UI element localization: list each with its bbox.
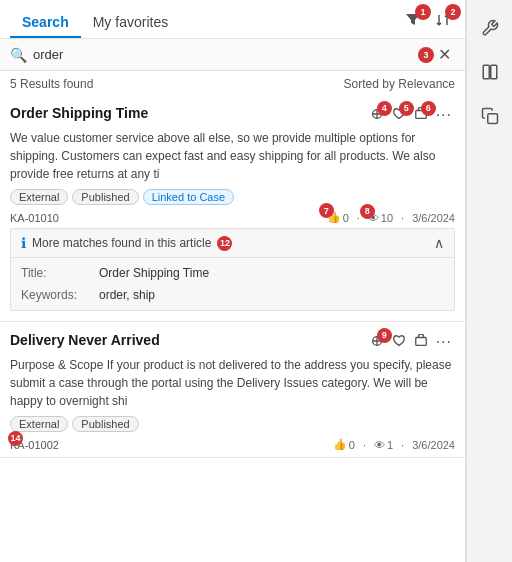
expand-collapse-button[interactable]: ∧ [434, 235, 444, 251]
expand-value-keywords: order, ship [99, 288, 155, 302]
footer-right: 7 👍 0 · 8 👁 10 · 3/6/2024 [327, 211, 455, 224]
tag-external: External [10, 189, 68, 205]
article-date: 3/6/2024 [412, 212, 455, 224]
article-card: Order Shipping Time 4 5 6 [0, 95, 465, 322]
expand-badge: 12 [217, 236, 232, 251]
article-link-icon[interactable]: 9 [367, 333, 387, 352]
svg-rect-4 [483, 65, 489, 79]
sidebar [466, 0, 512, 562]
tab-favorites[interactable]: My favorites [81, 8, 180, 38]
vote-badge-7: 7 [319, 203, 334, 218]
tabs-left: Search My favorites [10, 8, 180, 38]
tag-linked-to-case: Linked to Case [143, 189, 234, 205]
article-heart-icon[interactable] [389, 333, 409, 352]
expand-rows: Title: Order Shipping Time Keywords: ord… [11, 258, 454, 310]
article-title[interactable]: Delivery Never Arrived [10, 332, 160, 348]
article-body: Purpose & Scope If your product is not d… [10, 356, 455, 410]
article-more-icon[interactable]: ··· [433, 105, 455, 125]
article-actions: 4 5 6 ··· [367, 105, 455, 125]
results-count: 5 Results found [10, 77, 93, 91]
article-tags: External Published Linked to Case [10, 189, 455, 205]
like-count: 7 👍 0 [327, 211, 349, 224]
id-badge-14: 14 [8, 431, 23, 446]
expand-label-title: Title: [21, 266, 91, 280]
search-clear-button[interactable]: ✕ [434, 45, 455, 64]
view-count: 👁 1 [374, 439, 393, 451]
tabs-row: Search My favorites 1 2 [0, 0, 465, 39]
sort-badge: 2 [445, 4, 461, 20]
article-share-icon[interactable] [411, 333, 431, 352]
svg-rect-3 [415, 337, 426, 345]
article-body: We value customer service above all else… [10, 129, 455, 183]
sidebar-columns-button[interactable] [472, 54, 508, 90]
article-share-icon[interactable]: 6 [411, 106, 431, 125]
article-heart-icon[interactable]: 5 [389, 106, 409, 125]
sort-button[interactable]: 2 [431, 10, 455, 30]
article-footer: KA-01002 14 👍 0 · 👁 1 · 3/6/2024 [10, 438, 455, 451]
article-card: Delivery Never Arrived 9 [0, 322, 465, 458]
article-id: KA-01010 [10, 212, 59, 224]
like-count: 👍 0 [333, 438, 355, 451]
article-more-icon[interactable]: ··· [433, 332, 455, 352]
article-tags: External Published [10, 416, 455, 432]
tag-published: Published [72, 189, 138, 205]
article-header: Order Shipping Time 4 5 6 [10, 105, 455, 125]
expand-header-left: ℹ More matches found in this article 12 [21, 235, 232, 251]
expand-header: ℹ More matches found in this article 12 … [11, 229, 454, 258]
search-icon: 🔍 [10, 47, 27, 63]
info-icon: ℹ [21, 235, 26, 251]
articles-list: Order Shipping Time 4 5 6 [0, 95, 465, 562]
article-title[interactable]: Order Shipping Time [10, 105, 148, 121]
expand-row: Keywords: order, ship [11, 284, 454, 306]
sidebar-wrench-button[interactable] [472, 10, 508, 46]
tabs-right: 1 2 [401, 10, 455, 36]
search-badge: 3 [418, 47, 434, 63]
filter-button[interactable]: 1 [401, 10, 425, 30]
article-id: KA-01002 14 [10, 439, 59, 451]
expand-row: Title: Order Shipping Time [11, 262, 454, 284]
article-link-icon[interactable]: 4 [367, 106, 387, 125]
view-badge-8: 8 [360, 204, 375, 219]
svg-rect-6 [487, 114, 497, 124]
article-footer: KA-01010 7 👍 0 · 8 👁 10 · 3/6/2024 [10, 211, 455, 224]
search-bar: 🔍 3 ✕ [0, 39, 465, 71]
sidebar-copy-button[interactable] [472, 98, 508, 134]
view-count: 8 👁 10 [368, 212, 393, 224]
expand-value-title: Order Shipping Time [99, 266, 209, 280]
article-header: Delivery Never Arrived 9 [10, 332, 455, 352]
expand-title: More matches found in this article [32, 236, 211, 250]
search-input[interactable] [33, 47, 416, 62]
article-actions: 9 ··· [367, 332, 455, 352]
footer-right: 👍 0 · 👁 1 · 3/6/2024 [333, 438, 455, 451]
article-date: 3/6/2024 [412, 439, 455, 451]
tag-published: Published [72, 416, 138, 432]
filter-badge: 1 [415, 4, 431, 20]
svg-rect-5 [490, 65, 496, 79]
expand-panel: ℹ More matches found in this article 12 … [10, 228, 455, 311]
results-header: 5 Results found Sorted by Relevance [0, 71, 465, 95]
expand-label-keywords: Keywords: [21, 288, 91, 302]
results-sort: Sorted by Relevance [344, 77, 455, 91]
tag-external: External [10, 416, 68, 432]
tab-search[interactable]: Search [10, 8, 81, 38]
